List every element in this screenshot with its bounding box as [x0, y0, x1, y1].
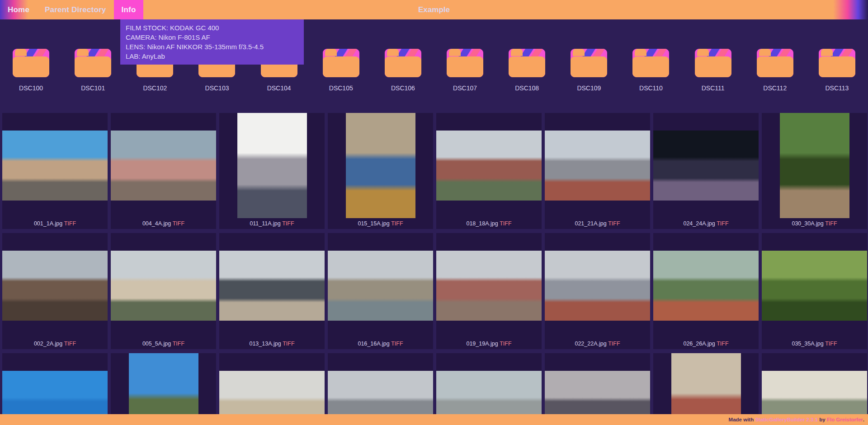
photo-caption: 005_5A.jpg TIFF — [142, 338, 184, 349]
top-nav: Home Parent Directory Info Example — [0, 0, 868, 19]
photo-cell: 005_5A.jpg TIFF — [111, 233, 216, 349]
tiff-link[interactable]: TIFF — [717, 341, 728, 347]
folder-icon — [508, 47, 546, 79]
thumbnail-box — [219, 113, 325, 218]
photo-caption: 026_26A.jpg TIFF — [683, 338, 728, 349]
photo-cell: 015_15A.jpg TIFF — [328, 113, 433, 229]
photo-filename: 022_22A.jpg — [575, 341, 606, 347]
folder-icon-tab — [511, 49, 523, 56]
folder-icon-front — [509, 56, 545, 77]
photo-thumbnail[interactable] — [328, 251, 433, 321]
thumbnail-box — [111, 113, 216, 218]
folder-icon — [384, 47, 422, 79]
folder-icon-tab — [573, 49, 585, 56]
folder-item[interactable]: DSC108 — [496, 47, 558, 92]
folder-label: DSC102 — [143, 84, 167, 92]
photo-thumbnail[interactable] — [2, 131, 108, 201]
tiff-link[interactable]: TIFF — [64, 341, 76, 347]
nav-info[interactable]: Info — [114, 0, 144, 19]
folder-item[interactable]: DSC107 — [434, 47, 496, 92]
folder-icon-tab — [15, 49, 27, 56]
photo-thumbnail[interactable] — [780, 113, 849, 218]
tiff-link[interactable]: TIFF — [173, 341, 184, 347]
tiff-link[interactable]: TIFF — [608, 341, 620, 347]
tiff-link[interactable]: TIFF — [608, 220, 620, 227]
photo-filename: 035_35A.jpg — [792, 341, 823, 347]
photo-filename: 005_5A.jpg — [142, 341, 171, 347]
tiff-link[interactable]: TIFF — [825, 220, 837, 227]
photo-thumbnail[interactable] — [2, 251, 108, 321]
folder-item[interactable]: DSC100 — [0, 47, 62, 92]
tiff-link[interactable]: TIFF — [391, 341, 403, 347]
photo-cell: 035_35A.jpg TIFF — [762, 233, 867, 349]
photo-thumbnail[interactable] — [219, 251, 325, 321]
folder-label: DSC107 — [453, 84, 477, 92]
photo-thumbnail[interactable] — [653, 131, 759, 201]
tiff-link[interactable]: TIFF — [173, 220, 184, 227]
tiff-link[interactable]: TIFF — [500, 341, 511, 347]
folder-item[interactable]: DSC111 — [682, 47, 744, 92]
tiff-link[interactable]: TIFF — [64, 220, 76, 227]
folder-item[interactable]: DSC105 — [310, 47, 372, 92]
footer-builder-link[interactable]: StaticGalleryBuilder 2.3.1 — [755, 417, 818, 422]
folder-label: DSC110 — [639, 84, 663, 92]
folder-icon — [446, 47, 484, 79]
photo-thumbnail[interactable] — [545, 131, 650, 201]
folder-item[interactable]: DSC113 — [806, 47, 868, 92]
thumbnail-box — [111, 233, 216, 338]
tiff-link[interactable]: TIFF — [717, 220, 728, 227]
folder-icon-tab — [325, 49, 337, 56]
folder-icon-tab — [449, 49, 461, 56]
thumbnail-box — [545, 113, 650, 218]
photo-thumbnail[interactable] — [436, 251, 542, 321]
thumbnail-box — [762, 233, 867, 338]
folder-icon — [570, 47, 608, 79]
photo-thumbnail[interactable] — [436, 131, 542, 201]
info-camera: CAMERA: Nikon F-801S AF — [126, 33, 298, 42]
folder-label: DSC104 — [267, 84, 291, 92]
photo-caption: 022_22A.jpg TIFF — [575, 338, 620, 349]
gallery-page: Home Parent Directory Info Example FILM … — [0, 0, 868, 425]
photo-caption: 024_24A.jpg TIFF — [683, 218, 728, 229]
folder-item[interactable]: DSC110 — [620, 47, 682, 92]
folder-label: DSC100 — [19, 84, 43, 92]
folder-icon-tab — [387, 49, 399, 56]
thumbnail-box — [653, 113, 759, 218]
thumbnail-box — [436, 233, 542, 338]
photo-thumbnail[interactable] — [111, 131, 216, 201]
nav-home[interactable]: Home — [0, 0, 37, 19]
photo-filename: 002_2A.jpg — [34, 341, 62, 347]
info-panel: FILM STOCK: KODAK GC 400 CAMERA: Nikon F… — [120, 19, 304, 65]
folder-icon-front — [695, 56, 731, 77]
photo-caption: 035_35A.jpg TIFF — [792, 338, 837, 349]
folder-icon — [74, 47, 112, 79]
folder-item[interactable]: DSC101 — [62, 47, 124, 92]
tiff-link[interactable]: TIFF — [283, 341, 294, 347]
photo-thumbnail[interactable] — [762, 251, 867, 321]
nav-parent-directory[interactable]: Parent Directory — [37, 0, 113, 19]
tiff-link[interactable]: TIFF — [282, 220, 294, 227]
photo-thumbnail[interactable] — [346, 113, 415, 218]
folder-item[interactable]: DSC112 — [744, 47, 806, 92]
photo-thumbnail[interactable] — [653, 251, 759, 321]
photo-caption: 013_13A.jpg TIFF — [249, 338, 294, 349]
footer-by: by — [818, 417, 827, 422]
tiff-link[interactable]: TIFF — [825, 341, 837, 347]
folder-item[interactable]: DSC106 — [372, 47, 434, 92]
folder-icon-front — [385, 56, 421, 77]
photo-filename: 018_18A.jpg — [466, 220, 498, 227]
photo-filename: 021_21A.jpg — [575, 220, 606, 227]
photo-thumbnail[interactable] — [545, 251, 650, 321]
photo-grid: 001_1A.jpg TIFF 004_4A.jpg TIFF 011_11A.… — [0, 113, 868, 425]
tiff-link[interactable]: TIFF — [500, 220, 511, 227]
photo-caption: 021_21A.jpg TIFF — [575, 218, 620, 229]
photo-thumbnail[interactable] — [237, 113, 307, 218]
folder-item[interactable]: DSC109 — [558, 47, 620, 92]
folder-icon — [322, 47, 360, 79]
page-title: Example — [418, 0, 450, 19]
footer-author-link[interactable]: Flo Greistorfer — [827, 417, 863, 422]
folder-label: DSC112 — [763, 84, 787, 92]
photo-cell: 011_11A.jpg TIFF — [219, 113, 325, 229]
photo-thumbnail[interactable] — [111, 251, 216, 321]
tiff-link[interactable]: TIFF — [391, 220, 403, 227]
